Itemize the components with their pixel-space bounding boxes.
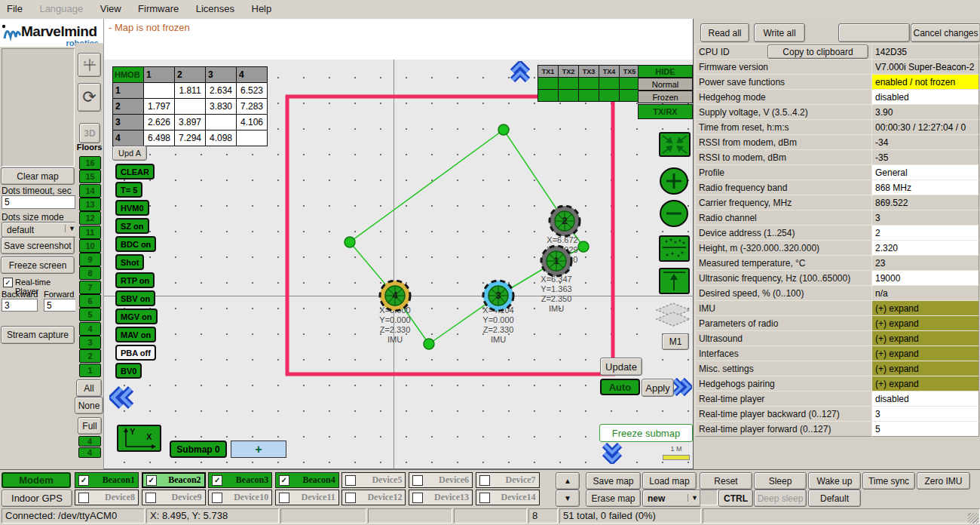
tab-device5[interactable]: Device5 xyxy=(341,472,406,488)
menu-file[interactable]: File xyxy=(0,0,29,17)
pan-left-icon[interactable] xyxy=(109,385,133,410)
update-button[interactable]: Update xyxy=(600,358,642,376)
ctrl-button[interactable]: CTRL xyxy=(718,490,753,507)
zero-imu-button[interactable]: Zero IMU xyxy=(917,472,970,490)
indoor-gps-tab[interactable]: Indoor GPS xyxy=(2,490,72,507)
axes-view-button[interactable]: xy xyxy=(78,53,101,77)
floor-button-16[interactable]: 16 xyxy=(79,156,101,170)
pan-down-icon[interactable] xyxy=(602,443,623,464)
map-select-dropdown[interactable]: new ▼ xyxy=(642,490,701,507)
property-value[interactable]: 3.90 xyxy=(871,104,979,120)
blank-button[interactable] xyxy=(838,23,910,42)
checkbox-unchecked[interactable] xyxy=(345,493,356,503)
checkbox-unchecked[interactable] xyxy=(145,493,156,503)
load-map-button[interactable]: Load map xyxy=(642,472,697,490)
normal-button[interactable]: Normal xyxy=(638,78,693,91)
floors-none-button[interactable]: None xyxy=(75,397,103,414)
tab-beacon2[interactable]: ✓Beacon2 xyxy=(142,472,206,488)
map-button-t-5[interactable]: T= 5 xyxy=(115,182,142,198)
tabs-scroll-down-button[interactable]: ▼ xyxy=(556,490,580,507)
property-value[interactable]: -35 xyxy=(871,149,979,165)
reset-button[interactable]: Reset xyxy=(700,472,752,490)
tab-beacon4[interactable]: ✓Beacon4 xyxy=(275,472,339,488)
menu-licenses[interactable]: Licenses xyxy=(189,0,241,17)
property-value[interactable]: (+) expand xyxy=(871,376,979,391)
frozen-button[interactable]: Frozen xyxy=(638,91,693,103)
floor-button-14[interactable]: 14 xyxy=(79,184,101,198)
map-button-clear[interactable]: CLEAR xyxy=(115,164,155,180)
floor-button-12[interactable]: 12 xyxy=(79,211,101,225)
tx-cell[interactable] xyxy=(599,89,620,102)
tx-column-tx4[interactable]: TX4 xyxy=(599,65,620,78)
tab-device7[interactable]: Device7 xyxy=(476,472,540,488)
checkbox-checked[interactable]: ✓ xyxy=(146,475,157,486)
property-value[interactable]: 3 xyxy=(871,210,979,226)
floor-button-1[interactable]: 1 xyxy=(79,364,101,377)
copy-to-clipboard-button[interactable]: Copy to clipboard xyxy=(767,45,868,59)
floor-extra-button[interactable]: 4 xyxy=(78,447,101,458)
checkbox-unchecked[interactable] xyxy=(345,475,356,486)
tab-device14[interactable]: Device14 xyxy=(476,490,540,505)
checkbox-checked[interactable]: ✓ xyxy=(212,475,222,486)
rotate-view-button[interactable]: ⟳ xyxy=(78,83,101,112)
apply-button[interactable]: Apply xyxy=(642,379,674,397)
read-all-button[interactable]: Read all xyxy=(700,23,749,42)
map-button-bdc-on[interactable]: BDC on xyxy=(115,236,156,252)
tx-cell[interactable] xyxy=(558,77,579,90)
floor-extra-button[interactable]: 4 xyxy=(78,436,101,447)
floor-button-13[interactable]: 13 xyxy=(79,198,101,211)
sleep-button[interactable]: Sleep xyxy=(754,472,807,490)
property-value[interactable]: 00:00:30 / 12:27:04 / 0 xyxy=(871,119,979,135)
deep-sleep-button[interactable]: Deep sleep xyxy=(754,490,807,507)
clear-map-button[interactable]: Clear map xyxy=(1,167,75,185)
tx-cell[interactable] xyxy=(537,89,559,102)
beacon-3[interactable]: 3 xyxy=(483,281,513,311)
property-value[interactable]: n/a xyxy=(871,285,979,301)
checkbox-unchecked[interactable] xyxy=(78,493,89,503)
property-value[interactable]: General xyxy=(871,164,979,180)
property-value[interactable]: disabled xyxy=(871,89,979,105)
property-value[interactable]: (+) expand xyxy=(871,361,979,376)
write-all-button[interactable]: Write all xyxy=(754,23,805,42)
property-value[interactable]: 2.320 xyxy=(871,240,979,256)
m1-button[interactable]: M1 xyxy=(662,333,689,350)
fit-view-icon[interactable] xyxy=(659,132,691,157)
pan-up-icon[interactable] xyxy=(510,61,531,82)
menu-language[interactable]: Language xyxy=(32,0,90,17)
tab-device10[interactable]: Device10 xyxy=(208,490,272,505)
resize-grip[interactable] xyxy=(968,513,978,523)
floor-button-9[interactable]: 9 xyxy=(79,253,101,266)
modem-tab[interactable]: Modem xyxy=(2,472,71,488)
checkbox-unchecked[interactable] xyxy=(212,493,222,503)
property-value[interactable]: disabled xyxy=(871,391,979,407)
tab-beacon3[interactable]: ✓Beacon3 xyxy=(208,472,272,488)
dropdown-arrow-icon[interactable]: ▼ xyxy=(688,494,698,502)
save-screenshot-button[interactable]: Save screenshot xyxy=(1,237,75,254)
pan-right-icon[interactable] xyxy=(672,376,692,398)
map-button-shot[interactable]: Shot xyxy=(115,254,144,270)
checkbox-unchecked[interactable] xyxy=(412,475,423,486)
save-map-button[interactable]: Save map xyxy=(586,472,641,490)
submap-tab[interactable]: Submap 0 xyxy=(170,441,227,458)
floor-button-5[interactable]: 5 xyxy=(79,308,101,321)
tx-column-tx2[interactable]: TX2 xyxy=(558,65,579,78)
default-button[interactable]: Default xyxy=(808,490,861,507)
map-button-rtp-on[interactable]: RTP on xyxy=(115,272,155,288)
dots-filter-icon[interactable] xyxy=(659,235,690,262)
tabs-scroll-up-button[interactable]: ▲ xyxy=(556,472,580,490)
floor-button-11[interactable]: 11 xyxy=(79,226,101,239)
property-value[interactable]: 142D35 xyxy=(871,44,979,60)
tx-cell[interactable] xyxy=(578,77,599,90)
floors-all-button[interactable]: All xyxy=(76,379,102,397)
tx-cell[interactable] xyxy=(537,77,559,90)
beacon-1[interactable]: 1 xyxy=(541,246,571,276)
upd-a-button[interactable]: Upd A xyxy=(112,146,147,161)
floor-button-10[interactable]: 10 xyxy=(79,239,101,253)
beacon-2[interactable]: 2 xyxy=(550,206,580,236)
menu-view[interactable]: View xyxy=(93,0,128,17)
map-area[interactable]: - Map is not frozen X=0.000Y=0.000Z=2.33… xyxy=(103,19,694,469)
tx-column-tx1[interactable]: TX1 xyxy=(537,65,559,78)
map-button-mgv-on[interactable]: MGV on xyxy=(115,309,158,324)
map-button-sz-on[interactable]: SZ on xyxy=(115,218,149,234)
tx-cell[interactable] xyxy=(619,89,640,102)
